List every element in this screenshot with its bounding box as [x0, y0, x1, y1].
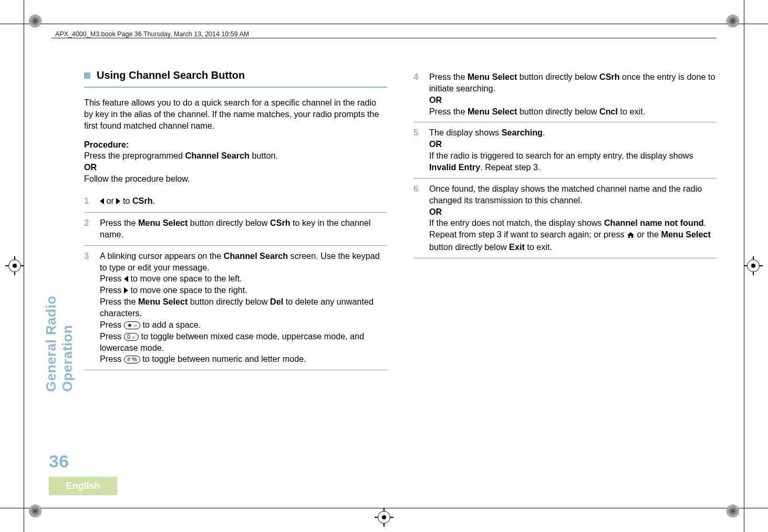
step-body: A blinking cursor appears on the Channel…: [100, 251, 387, 366]
step-body: Press the Menu Select button directly be…: [100, 217, 387, 241]
step-divider: [413, 258, 717, 258]
heading-underline: [84, 87, 387, 88]
step-number: 1: [84, 195, 92, 207]
section-heading: Using Channel Search Button: [84, 68, 387, 82]
step3-line: Press # % to toggle between numeric and …: [100, 353, 387, 365]
step-2: 2 Press the Menu Select button directly …: [84, 214, 387, 244]
or-label: OR: [429, 139, 442, 149]
language-badge: English: [49, 477, 117, 495]
or-label: OR: [84, 162, 97, 172]
or-label: OR: [429, 95, 442, 105]
corner-mark-icon: [29, 505, 41, 517]
step-divider: [84, 212, 387, 213]
step-body: The display shows Searching. OR If the r…: [429, 127, 717, 173]
step3-line: Press 0 ⬦ to toggle between mixed case m…: [100, 331, 387, 354]
step3-line: A blinking cursor appears on the Channel…: [100, 251, 387, 274]
page-number: 36: [49, 451, 69, 472]
step3-line: Press the Menu Select button directly be…: [100, 296, 387, 319]
step-4: 4 Press the Menu Select button directly …: [413, 68, 717, 120]
step-divider: [84, 370, 387, 370]
step3-line: Press ★ – to add a space.: [100, 319, 387, 331]
step-number: 2: [84, 217, 92, 241]
procedure-alt: Follow the procedure below.: [84, 174, 190, 183]
step-number: 6: [413, 183, 422, 253]
procedure-label: Procedure:: [84, 140, 129, 149]
step-6: 6 Once found, the display shows the matc…: [413, 180, 717, 256]
step-body: Once found, the display shows the matche…: [429, 183, 717, 253]
step-number: 5: [413, 127, 422, 173]
procedure-text: Press the preprogrammed Channel Search b…: [84, 151, 278, 160]
step-divider: [84, 245, 387, 246]
step-divider: [413, 178, 717, 179]
step-1: 1 or to CSrh.: [84, 192, 387, 211]
book-header-text: APX_4000_M3.book Page 36 Thursday, March…: [55, 30, 249, 38]
keypad-zero-icon: 0 ⬦: [124, 333, 139, 341]
step-body: or to CSrh.: [100, 195, 387, 207]
crop-line-top: [0, 0, 768, 24]
section-title-text: Using Channel Search Button: [97, 68, 245, 82]
home-icon: [627, 230, 635, 242]
keypad-hash-icon: # %: [124, 356, 140, 363]
intro-text: This feature allows you to do a quick se…: [84, 97, 387, 132]
page-content: Using Channel Search Button This feature…: [84, 68, 717, 372]
language-label: English: [66, 481, 100, 492]
step-5: 5 The display shows Searching. OR If the…: [413, 124, 717, 176]
nav-left-icon: [124, 276, 128, 282]
keypad-star-icon: ★ –: [124, 321, 140, 329]
corner-mark-icon: [727, 505, 739, 517]
or-label: OR: [429, 207, 442, 216]
registration-mark-icon: [5, 256, 24, 275]
procedure-block: Procedure: Press the preprogrammed Chann…: [84, 139, 387, 185]
section-name: General Radio Operation: [43, 239, 76, 392]
header-rule: [51, 38, 717, 38]
corner-mark-icon: [727, 15, 739, 27]
step-body: Press the Menu Select button directly be…: [429, 71, 717, 117]
step-number: 4: [413, 71, 422, 117]
step-3: 3 A blinking cursor appears on the Chann…: [84, 247, 387, 369]
left-column: Using Channel Search Button This feature…: [84, 68, 387, 372]
nav-left-icon: [100, 198, 104, 204]
bullet-square-icon: [84, 72, 90, 79]
nav-right-icon: [124, 287, 128, 294]
step-number: 3: [84, 251, 92, 366]
side-label: General Radio Operation: [46, 207, 67, 469]
step-divider: [413, 122, 717, 122]
step3-line: Press to move one space to the left.: [100, 273, 387, 285]
registration-mark-icon: [375, 508, 393, 527]
corner-mark-icon: [29, 15, 41, 27]
step3-line: Press to move one space to the right.: [100, 285, 387, 296]
right-column: 4 Press the Menu Select button directly …: [413, 68, 717, 372]
registration-mark-icon: [744, 256, 763, 275]
